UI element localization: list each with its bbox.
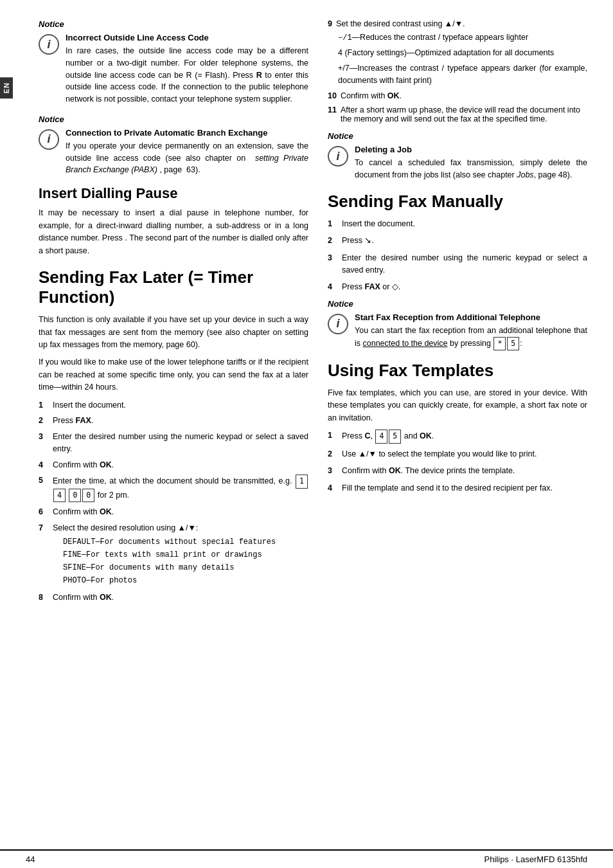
- page-number: 44: [26, 854, 35, 864]
- using-fax-templates-title: Using Fax Templates: [328, 361, 587, 381]
- step-9-block: 9 Set the desired contrast using ▲/▼. −/…: [328, 19, 587, 86]
- step-7: 7 Select the desired resolution using ▲/…: [39, 522, 308, 588]
- using-fax-templates-section: Using Fax Templates Five fax templates, …: [328, 361, 587, 494]
- notice-title-delete: Deleting a Job: [355, 145, 587, 154]
- step-4-num: 4: [39, 459, 49, 471]
- step-10-block: 10 Confirm with OK.: [328, 91, 587, 100]
- sfm-step-4-text: Press FAX or ◇.: [342, 281, 400, 293]
- sfm-step-1-num: 1: [328, 218, 338, 230]
- step-10-num: 10: [328, 91, 337, 100]
- uft-step-1-text: Press C, 45 and OK.: [342, 429, 434, 444]
- contrast-minus: −/1—Reduces the contrast / typeface appe…: [338, 32, 587, 44]
- using-fax-templates-steps: 1 Press C, 45 and OK. 2 Use ▲/▼ to selec…: [328, 429, 587, 494]
- contrast-plus: +/7—Increases the contrast / typeface ap…: [338, 62, 587, 87]
- uft-step-4-text: Fill the template and send it to the des…: [342, 482, 553, 494]
- sending-fax-manually-steps: 1 Insert the document. 2 Press ↘. 3 Ente…: [328, 218, 587, 294]
- step-4-text: Confirm with OK.: [53, 459, 308, 471]
- notice-label-fax-reception: Notice: [328, 299, 587, 309]
- notice-title-1: Incorrect Outside Line Access Code: [66, 33, 308, 42]
- step-5-num: 5: [39, 475, 49, 502]
- sfm-step-3-num: 3: [328, 252, 338, 277]
- notice-label-delete: Notice: [328, 131, 587, 141]
- res-sfine: SFINE—For documents with many details: [63, 562, 308, 574]
- step-1-num: 1: [39, 399, 49, 411]
- uft-step-4: 4 Fill the template and send it to the d…: [328, 482, 587, 494]
- uft-step-2: 2 Use ▲/▼ to select the template you wou…: [328, 448, 587, 460]
- step-5: 5 Enter the time, at which the document …: [39, 475, 308, 502]
- step-9-text: Set the desired contrast using ▲/▼.: [336, 19, 465, 28]
- right-column: 9 Set the desired contrast using ▲/▼. −/…: [328, 19, 587, 849]
- step-11-text: After a short warm up phase, the device …: [341, 105, 587, 123]
- brand-label: Philips · LaserMFD 6135hfd: [484, 854, 587, 864]
- contrast-items: −/1—Reduces the contrast / typeface appe…: [338, 32, 587, 86]
- notice-icon-delete: i: [328, 146, 348, 167]
- sending-fax-later-body1: This function is only available if you h…: [39, 314, 308, 351]
- step-6: 6 Confirm with OK.: [39, 506, 308, 518]
- uft-step-3-text: Confirm with OK. The device prints the t…: [342, 465, 515, 477]
- step-7-text: Select the desired resolution using ▲/▼:…: [53, 522, 308, 588]
- step-3-num: 3: [39, 431, 49, 455]
- uft-step-1-num: 1: [328, 429, 338, 444]
- bottom-bar: 44 Philips · LaserMFD 6135hfd: [0, 849, 613, 868]
- notice-content-delete: Deleting a Job To cancel a scheduled fax…: [355, 145, 587, 181]
- sending-fax-manually-title: Sending Fax Manually: [328, 192, 587, 212]
- step-6-text: Confirm with OK.: [53, 506, 308, 518]
- uft-step-1: 1 Press C, 45 and OK.: [328, 429, 587, 444]
- notice-icon-2: i: [39, 129, 59, 150]
- sending-fax-later-title: Sending Fax Later (= TimerFunction): [39, 267, 308, 307]
- step-1: 1 Insert the document.: [39, 399, 308, 411]
- uft-step-3-num: 3: [328, 465, 338, 477]
- step-8: 8 Confirm with OK.: [39, 592, 308, 604]
- sending-fax-manually-section: Sending Fax Manually 1 Insert the docume…: [328, 192, 587, 294]
- sfm-step-2-text: Press ↘.: [342, 235, 374, 247]
- notice-label-2: Notice: [39, 114, 308, 124]
- res-fine: FINE—For texts with small print or drawi…: [63, 549, 308, 561]
- step-1-text: Insert the document.: [53, 399, 308, 411]
- notice-label-1: Notice: [39, 19, 308, 29]
- sfm-step-4-num: 4: [328, 281, 338, 293]
- sfm-step-3-text: Enter the desired number using the numer…: [342, 252, 587, 277]
- step-11-num: 11: [328, 105, 337, 123]
- insert-dialling-pause-title: Insert Dialling Pause: [39, 185, 308, 202]
- notice-content-1: Incorrect Outside Line Access Code In ra…: [66, 33, 308, 105]
- uft-step-2-text: Use ▲/▼ to select the template you would…: [342, 448, 537, 460]
- notice-title-fax-reception: Start Fax Reception from Additional Tele…: [355, 312, 587, 322]
- using-fax-templates-body: Five fax templates, which you can use, a…: [328, 387, 587, 424]
- step-4: 4 Confirm with OK.: [39, 459, 308, 471]
- step-2-num: 2: [39, 415, 49, 427]
- sfm-step-1: 1 Insert the document.: [328, 218, 587, 230]
- notice-fax-reception: Notice i Start Fax Reception from Additi…: [328, 299, 587, 350]
- notice-text-2: If you operate your device permanently o…: [66, 140, 308, 176]
- sfm-step-4: 4 Press FAX or ◇.: [328, 281, 587, 293]
- notice-text-fax-reception: You can start the fax reception from an …: [355, 325, 587, 350]
- sending-fax-later-body2: If you would like to make use of the low…: [39, 356, 308, 393]
- notice-content-2: Connection to Private Automatic Branch E…: [66, 128, 308, 176]
- sfm-step-3: 3 Enter the desired number using the num…: [328, 252, 587, 277]
- step-8-num: 8: [39, 592, 49, 604]
- sfm-step-1-text: Insert the document.: [342, 218, 415, 230]
- uft-step-3: 3 Confirm with OK. The device prints the…: [328, 465, 587, 477]
- notice-incorrect-code: Notice i Incorrect Outside Line Access C…: [39, 19, 308, 105]
- en-tab: EN: [0, 77, 13, 98]
- step-3-text: Enter the desired number using the numer…: [53, 431, 308, 455]
- sfm-step-2: 2 Press ↘.: [328, 235, 587, 247]
- step-10-text: Confirm with OK.: [341, 91, 402, 100]
- notice-text-delete: To cancel a scheduled fax transmission, …: [355, 157, 587, 181]
- res-default: DEFAULT—For documents without special fe…: [63, 536, 308, 548]
- notice-text-1: In rare cases, the outside line access c…: [66, 45, 308, 105]
- step-9-num: 9: [328, 19, 332, 28]
- notice-pabx: Notice i Connection to Private Automatic…: [39, 114, 308, 176]
- contrast-4: 4 (Factory settings)—Optimized adaptatio…: [338, 47, 587, 59]
- step-8-text: Confirm with OK.: [53, 592, 308, 604]
- sending-fax-later-section: Sending Fax Later (= TimerFunction) This…: [39, 267, 308, 604]
- insert-dialling-pause-body: It may be necessary to insert a dial pau…: [39, 207, 308, 257]
- uft-step-2-num: 2: [328, 448, 338, 460]
- res-photo: PHOTO—For photos: [63, 575, 308, 586]
- uft-step-4-num: 4: [328, 482, 338, 494]
- notice-icon-fax-reception: i: [328, 314, 348, 334]
- notice-icon-1: i: [39, 34, 59, 55]
- insert-dialling-pause-section: Insert Dialling Pause It may be necessar…: [39, 185, 308, 257]
- sending-fax-later-steps: 1 Insert the document. 2 Press FAX. 3 En…: [39, 399, 308, 604]
- notice-title-2: Connection to Private Automatic Branch E…: [66, 128, 308, 138]
- step-6-num: 6: [39, 506, 49, 518]
